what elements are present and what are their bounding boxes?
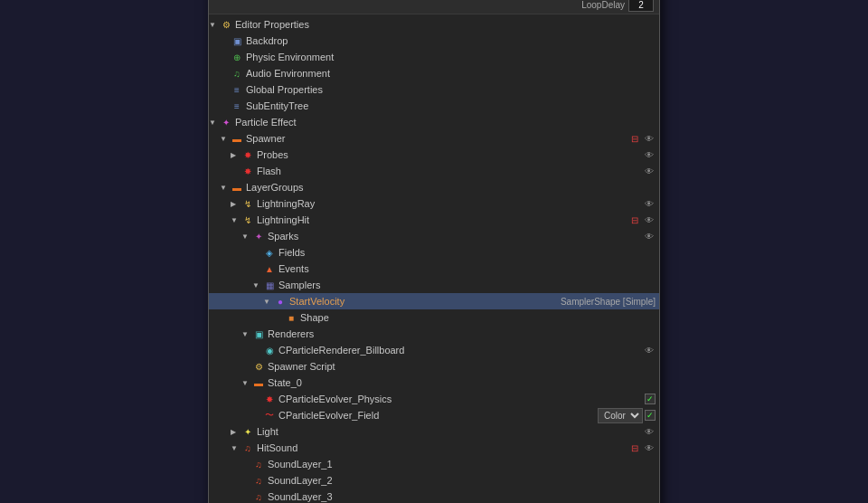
tree-item[interactable]: ▼⚙Editor Properties <box>209 16 659 33</box>
tree-arrow[interactable]: ▶ <box>231 151 241 159</box>
tree-item[interactable]: ♫Audio Environment <box>209 65 659 81</box>
tree-item-label: CParticleRenderer_Billboard <box>278 345 639 356</box>
tree-item-icon: ↯ <box>241 214 254 226</box>
color-dropdown[interactable]: Color <box>598 408 643 423</box>
tree-arrow[interactable]: ▼ <box>231 444 241 452</box>
tree-item[interactable]: ▲Events <box>209 261 659 277</box>
tree-item[interactable]: ⊕Physic Environment <box>209 49 659 65</box>
tree-arrow[interactable]: ▼ <box>220 184 231 192</box>
tree-item-label: Events <box>278 263 656 274</box>
tree-item-icon: ■ <box>285 311 297 324</box>
tree-item-actions: ⊟👁 <box>628 441 656 454</box>
tree-item-actions: ⊟👁 <box>628 214 656 226</box>
tree-item[interactable]: ≡SubEntityTree <box>209 98 659 114</box>
tree-item-label: Shape <box>300 312 656 323</box>
tree-arrow[interactable]: ▼ <box>220 135 231 143</box>
tree-item[interactable]: ◈Fields <box>209 244 659 261</box>
eye-icon[interactable]: 👁 <box>643 197 656 210</box>
tree-item-label: Particle Effect <box>235 117 656 128</box>
tree-item[interactable]: 〜CParticleEvolver_FieldColor✓ <box>209 407 659 423</box>
tree-content[interactable]: ▼⚙Editor Properties▣Backdrop⊕Physic Envi… <box>209 14 659 503</box>
tree-item-actions: 👁 <box>643 344 656 356</box>
tree-item[interactable]: ▶✦Light👁 <box>209 423 659 440</box>
tree-item-icon: ✸ <box>241 148 254 161</box>
tree-item-label: CParticleEvolver_Field <box>278 410 594 421</box>
tree-item[interactable]: ♫SoundLayer_2 <box>209 472 659 489</box>
tree-item[interactable]: ▼▦Samplers <box>209 277 659 293</box>
tree-item[interactable]: ▼●StartVelocitySamplerShape [Simple] <box>209 293 659 309</box>
tree-item[interactable]: ✸CParticleEvolver_Physics✓ <box>209 391 659 407</box>
tree-item-icon: ♫ <box>252 474 265 487</box>
tree-item[interactable]: ▼▣Renderers <box>209 326 659 342</box>
tree-item[interactable]: ▣Backdrop <box>209 33 659 49</box>
eye-icon[interactable]: 👁 <box>643 441 656 454</box>
eye-icon[interactable]: 👁 <box>643 148 656 161</box>
tree-item-label: Global Properties <box>246 84 656 95</box>
tree-item[interactable]: ⚙Spawner Script <box>209 358 659 375</box>
tree-item-icon: ▦ <box>263 279 276 291</box>
tree-item[interactable]: ▼✦Sparks👁 <box>209 228 659 244</box>
tree-item-icon: ▣ <box>231 34 243 47</box>
tree-item-icon: ▣ <box>252 327 265 340</box>
tree-item-label: Physic Environment <box>246 52 656 62</box>
tree-item[interactable]: ▼▬Spawner⊟👁 <box>209 130 659 147</box>
tree-item[interactable]: ▼▬LayerGroups <box>209 179 659 195</box>
visibility-icon[interactable]: ⊟ <box>628 132 641 145</box>
tree-item-icon: ✸ <box>241 165 254 177</box>
tree-item-actions: 👁 <box>643 148 656 161</box>
tree-item[interactable]: ▶↯LightningRay👁 <box>209 195 659 212</box>
tree-item-icon: ▬ <box>252 376 265 389</box>
loop-delay-label: LoopDelay <box>581 0 625 10</box>
tree-item-label: Renderers <box>268 328 656 339</box>
tree-item[interactable]: ▼♫HitSound⊟👁 <box>209 440 659 456</box>
tree-arrow[interactable]: ▼ <box>209 119 220 127</box>
eye-icon[interactable]: 👁 <box>643 165 656 177</box>
tree-item[interactable]: ✸Flash👁 <box>209 163 659 179</box>
tree-item-label: Probes <box>257 149 639 160</box>
tree-item-label: Fields <box>278 247 656 258</box>
loop-delay-input[interactable] <box>628 0 654 12</box>
tree-item[interactable]: ■Shape <box>209 309 659 326</box>
tree-arrow[interactable]: ▶ <box>231 428 241 436</box>
eye-icon[interactable]: 👁 <box>643 344 656 356</box>
tree-item-icon: ≡ <box>231 100 243 112</box>
eye-icon[interactable]: 👁 <box>643 132 656 145</box>
visibility-icon[interactable]: ⊟ <box>628 441 641 454</box>
checkbox-icon[interactable]: ✓ <box>645 394 656 404</box>
tree-item[interactable]: ◉CParticleRenderer_Billboard👁 <box>209 342 659 358</box>
tree-arrow[interactable]: ▼ <box>241 330 252 338</box>
tree-item-icon: ● <box>274 295 287 308</box>
checkbox-icon[interactable]: ✓ <box>645 410 656 421</box>
visibility-icon[interactable]: ⊟ <box>628 214 641 226</box>
tree-item-icon: ♫ <box>241 441 254 454</box>
tree-item-icon: ✦ <box>241 425 254 438</box>
eye-icon[interactable]: 👁 <box>643 214 656 226</box>
tree-item[interactable]: ▶✸Probes👁 <box>209 147 659 163</box>
tree-arrow[interactable]: ▼ <box>241 233 252 241</box>
tree-arrow[interactable]: ▼ <box>263 298 274 306</box>
tree-item-label: StartVelocity <box>289 296 557 307</box>
eye-icon[interactable]: 👁 <box>643 230 656 242</box>
tree-item[interactable]: ▼▬State_0 <box>209 375 659 391</box>
tree-item-label: LayerGroups <box>246 182 656 193</box>
tree-item[interactable]: ♫SoundLayer_1 <box>209 456 659 472</box>
tree-arrow[interactable]: ▼ <box>252 281 263 289</box>
tree-item[interactable]: ♫SoundLayer_3 <box>209 489 659 503</box>
tree-item[interactable]: ▼✦Particle Effect <box>209 114 659 130</box>
tree-item-icon: ⊕ <box>231 51 243 63</box>
tree-item-actions: 👁 <box>643 230 656 242</box>
tree-arrow[interactable]: ▼ <box>231 216 241 224</box>
tree-item-icon: ♫ <box>231 67 243 80</box>
tree-item-label: Editor Properties <box>235 19 656 30</box>
tree-arrow[interactable]: ▼ <box>241 379 252 387</box>
tree-item[interactable]: ≡Global Properties <box>209 81 659 98</box>
tree-item-actions: 👁 <box>643 197 656 210</box>
tree-item-label: SoundLayer_3 <box>268 491 656 502</box>
tree-item[interactable]: ▼↯LightningHit⊟👁 <box>209 212 659 228</box>
tree-item-icon: ↯ <box>241 197 254 210</box>
tree-item-actions: 👁 <box>643 165 656 177</box>
eye-icon[interactable]: 👁 <box>643 425 656 438</box>
tree-arrow[interactable]: ▼ <box>209 21 220 29</box>
tree-item-actions: ✓ <box>645 394 656 404</box>
tree-arrow[interactable]: ▶ <box>231 200 241 208</box>
